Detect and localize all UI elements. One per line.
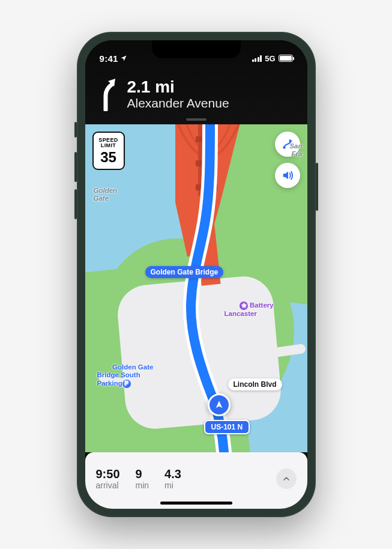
poi-label-text: Battery Lancaster (225, 302, 274, 317)
volume-down-button (74, 189, 77, 219)
route-shield-us101n: US-101 N (204, 420, 250, 434)
home-indicator[interactable] (160, 502, 232, 505)
place-chip-golden-gate-bridge[interactable]: Golden Gate Bridge (145, 266, 224, 278)
chevron-up-icon (282, 474, 291, 484)
speed-limit-label-2: LIMIT (101, 143, 116, 148)
duration-metric: 9 min (136, 467, 149, 490)
status-right: 5G (252, 54, 293, 63)
trip-summary-sheet[interactable]: 9:50 arrival 9 min 4.3 mi (85, 452, 307, 509)
speed-limit-sign: SPEED LIMIT 35 (92, 132, 125, 170)
expand-sheet-button[interactable] (276, 469, 297, 489)
poi-ggb-south-parking[interactable]: Golden Gate Bridge South ParkingP (97, 356, 154, 396)
network-label: 5G (265, 54, 275, 63)
heading-arrow-icon (214, 399, 225, 410)
notch (152, 40, 241, 58)
banner-grabber[interactable] (186, 118, 207, 121)
distance-value: 4.3 (164, 467, 181, 481)
speaker-icon (281, 169, 294, 182)
battery-icon (279, 55, 293, 62)
arrival-label: arrival (96, 481, 120, 490)
arrival-metric: 9:50 arrival (96, 467, 120, 490)
distance-label: mi (164, 481, 181, 490)
power-button (316, 163, 318, 211)
speed-limit-value: 35 (100, 150, 116, 165)
duration-label: min (136, 481, 149, 490)
clock-text: 9:41 (100, 53, 118, 64)
maneuver-distance: 2.1 mi (127, 78, 229, 97)
water-label-golden-gate: Golden Gate (94, 187, 118, 202)
poi-battery-lancaster[interactable]: ★Battery Lancaster (225, 294, 274, 326)
voice-guidance-button[interactable] (275, 163, 300, 188)
parking-icon: P (122, 380, 131, 388)
screen: 9:41 5G 2.1 mi Alexander Avenue (85, 40, 307, 509)
user-location-puck (208, 393, 231, 416)
direction-text: 2.1 mi Alexander Avenue (127, 78, 229, 111)
device-frame: 9:41 5G 2.1 mi Alexander Avenue (77, 32, 316, 517)
location-services-icon (120, 55, 127, 62)
water-label-san-francisco: San Fra (289, 142, 302, 158)
status-time: 9:41 (100, 53, 127, 64)
landmark-icon: ★ (240, 302, 248, 310)
duration-value: 9 (136, 467, 149, 481)
bear-right-icon (97, 77, 118, 111)
arrival-time: 9:50 (96, 467, 120, 481)
maneuver-road: Alexander Avenue (127, 96, 229, 111)
cellular-signal-icon (252, 55, 262, 62)
volume-up-button (74, 152, 77, 182)
street-chip-lincoln-blvd[interactable]: Lincoln Blvd (228, 378, 282, 390)
distance-metric: 4.3 mi (164, 467, 181, 490)
map-canvas[interactable]: SPEED LIMIT 35 Golden Gat (85, 124, 307, 452)
silence-switch (74, 122, 77, 138)
